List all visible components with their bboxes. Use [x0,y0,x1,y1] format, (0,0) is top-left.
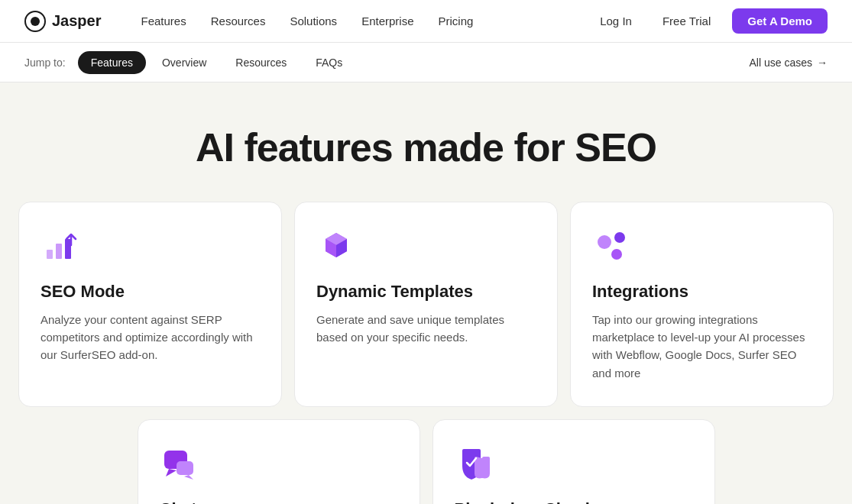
svg-rect-9 [177,461,193,475]
plagiarism-checker-title: Plagiarism Checker [455,499,693,504]
dynamic-templates-desc: Generate and save unique templates based… [316,311,536,347]
nav-solutions[interactable]: Solutions [280,10,346,32]
chat-icon [160,444,199,484]
svg-point-5 [598,235,611,249]
card-integrations: Integrations Tap into our growing integr… [570,202,834,407]
jump-tab-features[interactable]: Features [78,51,146,74]
integrations-icon [592,227,632,267]
hero-title: AI features made for SEO [24,125,828,171]
card-seo-mode: SEO Mode Analyze your content against SE… [18,202,282,407]
jump-tabs: Features Overview Resources FAQs [78,51,750,74]
all-use-cases-label: All use cases [750,57,812,69]
plagiarism-checker-icon [455,444,494,484]
dynamic-templates-icon [316,227,356,267]
jump-to-label: Jump to: [24,57,66,69]
svg-rect-2 [47,250,53,259]
svg-point-6 [614,232,625,243]
login-button[interactable]: Log In [591,10,641,32]
jumpbar: Jump to: Features Overview Resources FAQ… [0,43,852,82]
logo-text: Jasper [52,12,102,30]
nav-features[interactable]: Features [132,10,196,32]
nav-links: Features Resources Solutions Enterprise … [132,10,591,32]
card-dynamic-templates: Dynamic Templates Generate and save uniq… [294,202,558,407]
card-plagiarism-checker: Plagiarism Checker Scan your content for… [432,419,715,504]
dynamic-templates-title: Dynamic Templates [316,282,536,302]
navbar-actions: Log In Free Trial Get A Demo [591,8,828,34]
svg-point-7 [611,249,622,260]
get-demo-button[interactable]: Get A Demo [732,8,828,34]
all-use-cases-link[interactable]: All use cases → [750,57,828,69]
jasper-logo-icon [24,11,46,32]
nav-resources[interactable]: Resources [202,10,275,32]
integrations-title: Integrations [592,282,812,302]
svg-point-1 [31,17,40,26]
card-chat: Chat Our chatbot can assist you with tas… [138,419,420,504]
jump-tab-faqs[interactable]: FAQs [303,51,355,74]
seo-mode-title: SEO Mode [40,282,260,302]
jump-tab-overview[interactable]: Overview [149,51,219,74]
seo-mode-desc: Analyze your content against SERP compet… [40,311,260,364]
chat-title: Chat [160,499,398,504]
logo[interactable]: Jasper [24,11,102,32]
hero-section: AI features made for SEO [0,82,852,202]
navbar: Jasper Features Resources Solutions Ente… [0,0,852,43]
cards-row-2: Chat Our chatbot can assist you with tas… [138,419,715,504]
jump-tab-resources[interactable]: Resources [222,51,300,74]
integrations-desc: Tap into our growing integrations market… [592,311,812,382]
nav-enterprise[interactable]: Enterprise [352,10,423,32]
svg-rect-3 [56,244,62,259]
nav-pricing[interactable]: Pricing [429,10,483,32]
cards-row-1: SEO Mode Analyze your content against SE… [18,202,834,407]
free-trial-link[interactable]: Free Trial [653,10,720,32]
seo-mode-icon [40,227,80,267]
arrow-right-icon: → [817,57,828,69]
cards-section: SEO Mode Analyze your content against SE… [0,202,852,504]
